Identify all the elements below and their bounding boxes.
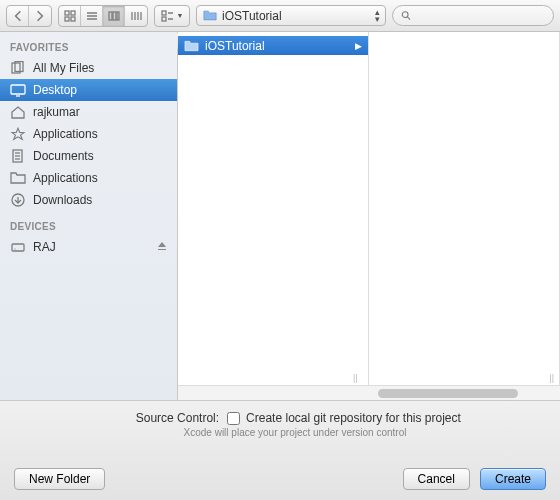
sidebar-item-label: Documents (33, 149, 94, 163)
path-popup[interactable]: iOSTutorial ▴▾ (196, 5, 386, 26)
sidebar-item-label: All My Files (33, 61, 94, 75)
horizontal-scrollbar[interactable] (178, 385, 560, 400)
column-resize-handle[interactable]: || (353, 373, 358, 385)
folder-icon (184, 40, 199, 52)
cancel-button[interactable]: Cancel (403, 468, 470, 490)
column-resize-handle[interactable]: || (549, 373, 554, 385)
git-checkbox[interactable] (227, 412, 240, 425)
path-label: iOSTutorial (222, 9, 282, 23)
all-files-icon (10, 61, 26, 75)
svg-rect-9 (117, 12, 119, 20)
svg-rect-1 (71, 11, 75, 15)
disk-icon (10, 240, 26, 254)
nav-buttons (6, 5, 52, 27)
downloads-icon (10, 193, 26, 207)
column-item-label: iOSTutorial (205, 39, 265, 53)
back-button[interactable] (7, 6, 29, 26)
bottom-panel: Source Control: Create local git reposit… (0, 400, 560, 500)
svg-point-18 (402, 12, 408, 18)
search-icon (401, 10, 411, 21)
svg-rect-7 (109, 12, 112, 20)
sidebar-item-label: Desktop (33, 83, 77, 97)
search-input[interactable] (415, 10, 545, 22)
git-checkbox-label[interactable]: Create local git repository for this pro… (227, 411, 461, 425)
popup-arrows-icon: ▴▾ (375, 9, 380, 23)
column-browser: iOSTutorial ▶ || || (178, 32, 560, 385)
folder-icon (10, 171, 26, 185)
sidebar-item-all-my-files[interactable]: All My Files (0, 57, 177, 79)
svg-rect-8 (113, 12, 116, 20)
column-1[interactable]: iOSTutorial ▶ || (178, 32, 369, 385)
source-control-hint: Xcode will place your project under vers… (44, 427, 546, 438)
documents-icon (10, 149, 26, 163)
folder-icon (203, 10, 217, 21)
desktop-icon (10, 83, 26, 97)
sidebar-item-label: Applications (33, 171, 98, 185)
column-view-button[interactable] (103, 6, 125, 26)
sidebar-item-applications-folder[interactable]: Applications (0, 167, 177, 189)
svg-rect-29 (12, 244, 24, 251)
home-icon (10, 105, 26, 119)
column-2[interactable]: || (369, 32, 560, 385)
sidebar-item-label: Downloads (33, 193, 92, 207)
eject-icon[interactable] (157, 240, 167, 254)
git-checkbox-text: Create local git repository for this pro… (246, 411, 461, 425)
svg-rect-15 (162, 17, 166, 21)
sidebar-item-label: rajkumar (33, 105, 80, 119)
sidebar-item-documents[interactable]: Documents (0, 145, 177, 167)
sidebar-section-devices: DEVICES (0, 217, 177, 236)
list-view-button[interactable] (81, 6, 103, 26)
svg-rect-14 (162, 11, 166, 15)
create-button[interactable]: Create (480, 468, 546, 490)
source-control-row: Source Control: Create local git reposit… (14, 411, 546, 425)
svg-rect-0 (65, 11, 69, 15)
new-folder-button[interactable]: New Folder (14, 468, 105, 490)
sidebar-item-disk[interactable]: RAJ (0, 236, 177, 258)
svg-rect-2 (65, 17, 69, 21)
forward-button[interactable] (29, 6, 51, 26)
svg-line-19 (408, 17, 410, 19)
svg-rect-22 (11, 85, 25, 94)
search-field[interactable] (392, 5, 554, 26)
svg-rect-3 (71, 17, 75, 21)
column-item[interactable]: iOSTutorial ▶ (178, 36, 368, 55)
scrollbar-thumb[interactable] (378, 389, 518, 398)
sidebar-item-downloads[interactable]: Downloads (0, 189, 177, 211)
action-row: New Folder Cancel Create (14, 468, 546, 490)
sidebar-item-label: RAJ (33, 240, 56, 254)
sidebar-section-favorites: FAVORITES (0, 38, 177, 57)
sidebar-item-desktop[interactable]: Desktop (0, 79, 177, 101)
arrange-button[interactable]: ▼ (155, 6, 189, 26)
toolbar: ▼ iOSTutorial ▴▾ (0, 0, 560, 32)
view-mode-buttons (58, 5, 148, 27)
coverflow-view-button[interactable] (125, 6, 147, 26)
applications-icon (10, 127, 26, 141)
arrange-button-group: ▼ (154, 5, 190, 27)
svg-point-30 (14, 248, 15, 249)
sidebar-item-home[interactable]: rajkumar (0, 101, 177, 123)
source-control-label: Source Control: (99, 411, 219, 425)
main-area: ▶ FAVORITES All My Files Desktop rajkuma… (0, 32, 560, 400)
chevron-right-icon: ▶ (355, 41, 362, 51)
sidebar-item-applications[interactable]: Applications (0, 123, 177, 145)
icon-view-button[interactable] (59, 6, 81, 26)
sidebar-item-label: Applications (33, 127, 98, 141)
sidebar: ▶ FAVORITES All My Files Desktop rajkuma… (0, 32, 178, 400)
